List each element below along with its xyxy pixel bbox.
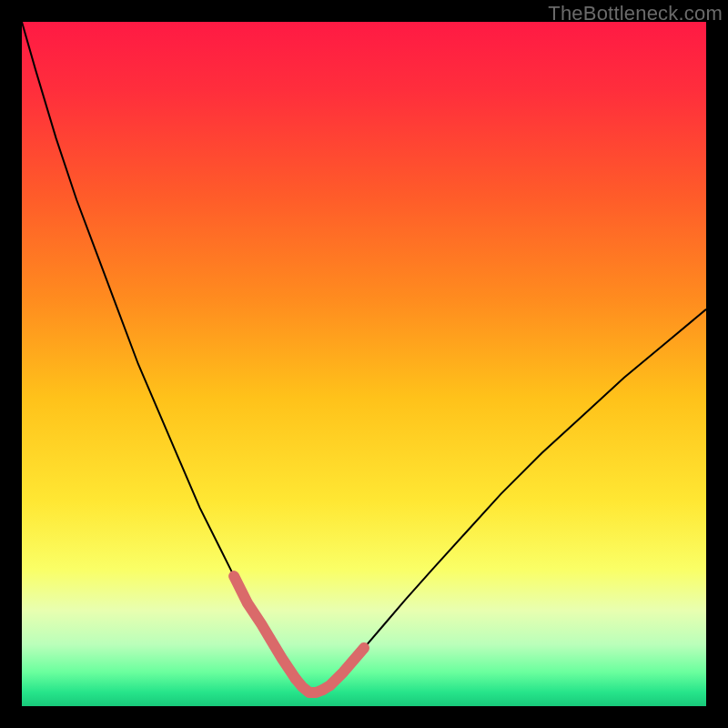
chart-plot [22,22,706,706]
attribution-text: TheBottleneck.com [548,2,723,25]
chart-frame [22,22,706,706]
chart-background [22,22,706,706]
